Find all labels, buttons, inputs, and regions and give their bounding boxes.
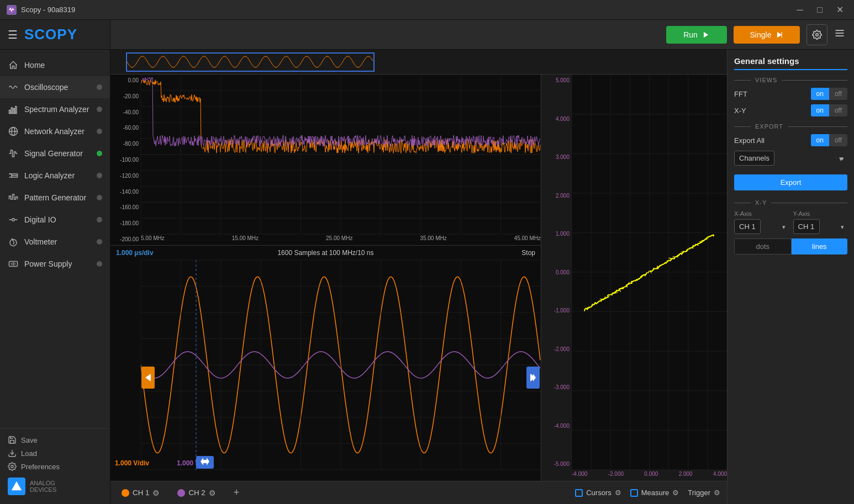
y-axis-select[interactable]: CH 1 CH 2 [793, 219, 820, 234]
oscilloscope-icon [8, 82, 19, 93]
views-section: VIEWS [734, 77, 847, 83]
network-icon [8, 126, 19, 137]
fft-on-button[interactable]: on [811, 88, 829, 100]
add-channel-button[interactable]: + [229, 485, 244, 501]
sidebar-item-power-supply[interactable]: Power Supply [0, 253, 110, 275]
x-axis-select[interactable]: CH 1 CH 2 [734, 219, 761, 234]
ch2-button[interactable]: CH 2 ⚙ [173, 486, 220, 500]
channels-select[interactable]: Channels [734, 151, 774, 166]
mini-view-inner [126, 52, 375, 72]
lines-button[interactable]: lines [792, 238, 848, 254]
osc-indicator [97, 84, 102, 90]
cursors-checkbox[interactable] [575, 489, 583, 497]
sidebar-item-pattern[interactable]: Pattern Generator [0, 187, 110, 209]
trigger-control[interactable]: Trigger ⚙ [688, 489, 720, 497]
hamburger-icon[interactable]: ☰ [8, 28, 18, 41]
bottom-bar: CH 1 ⚙ CH 2 ⚙ + Cursors [110, 481, 727, 504]
sidebar-item-voltmeter[interactable]: Voltmeter [0, 231, 110, 253]
sidebar-item-spectrum[interactable]: Spectrum Analyzer [0, 98, 110, 120]
time-cursor-button[interactable] [196, 456, 214, 469]
sidebar-bottom: Save Load Preferences ANALOGDEVICES [0, 428, 110, 504]
home-icon [8, 60, 19, 71]
export-all-off-button[interactable]: off [829, 134, 847, 146]
spectrum-plot: 0.00-20.00-40.00-60.00-80.00 -100.00-120… [110, 75, 541, 246]
measure-checkbox[interactable] [630, 489, 638, 497]
time-x-axis [141, 470, 541, 481]
voltmeter-icon [8, 236, 19, 247]
pattern-icon [8, 192, 19, 203]
dots-button[interactable]: dots [734, 238, 792, 254]
fft-off-button[interactable]: off [829, 88, 847, 100]
svg-rect-3 [13, 109, 14, 114]
svg-marker-69 [145, 374, 151, 381]
sidebar-item-digital-io[interactable]: Digital IO [0, 209, 110, 231]
xy-toggle: on off [811, 104, 847, 116]
sidebar-item-oscilloscope[interactable]: Oscilloscope [0, 76, 110, 98]
sidebar-item-network[interactable]: Network Analyzer [0, 120, 110, 142]
run-button[interactable]: Run [666, 26, 727, 44]
menu-button[interactable] [834, 28, 845, 41]
scroll-right-button[interactable] [526, 367, 540, 389]
volt-indicator [97, 239, 102, 245]
load-button[interactable]: Load [8, 449, 102, 458]
titlebar-left: Scopy - 90a8319 [7, 5, 75, 15]
x-axis-col: X-Axis CH 1 CH 2 [734, 210, 789, 234]
pattern-indicator [97, 195, 102, 200]
panel-title: General settings [734, 56, 847, 70]
spectrum-y-axis: 0.00-20.00-40.00-60.00-80.00 -100.00-120… [110, 75, 141, 245]
settings-button[interactable] [806, 24, 827, 45]
main-wrapper: Run Single [110, 20, 854, 504]
mini-view [110, 50, 727, 75]
trigger-settings[interactable]: ⚙ [714, 489, 720, 497]
load-label: Load [21, 449, 37, 458]
xy-on-button[interactable]: on [811, 104, 829, 116]
sidebar-item-logic[interactable]: Logic Analyzer [0, 165, 110, 187]
close-button[interactable]: ✕ [832, 2, 847, 18]
power-indicator [97, 261, 102, 267]
cursors-toggle[interactable]: Cursors ⚙ [575, 489, 621, 497]
save-button[interactable]: Save [8, 436, 102, 444]
measure-settings[interactable]: ⚙ [672, 489, 679, 497]
preferences-button[interactable]: Preferences [8, 462, 102, 471]
ch2-settings-icon[interactable]: ⚙ [209, 489, 216, 497]
time-plot: 1.000 µs/div 1600 Samples at 100 MHz/10 … [110, 246, 541, 481]
ch1-settings-icon[interactable]: ⚙ [152, 489, 160, 497]
sidebar-item-home[interactable]: Home [0, 54, 110, 76]
time-grid [141, 260, 541, 470]
xy-section-label: X-Y [734, 199, 847, 206]
single-button[interactable]: Single [734, 26, 800, 44]
dots-lines-toggle: dots lines [734, 238, 847, 254]
svg-rect-4 [15, 107, 17, 114]
xy-x-axis: -4.000-2.0000.0002.0004.000 [572, 470, 727, 481]
minimize-button[interactable]: ─ [792, 2, 808, 18]
ch1-button[interactable]: CH 1 ⚙ [117, 486, 164, 500]
spectrum-indicator [97, 107, 102, 112]
y-axis-select-wrapper: CH 1 CH 2 [793, 219, 848, 234]
export-button[interactable]: Export [734, 174, 847, 190]
export-all-label: Export All [734, 136, 765, 145]
export-all-on-button[interactable]: on [811, 134, 829, 146]
svg-marker-19 [12, 481, 22, 491]
sidebar-item-signal-gen[interactable]: Signal Generator [0, 142, 110, 165]
analog-devices-logo [8, 478, 25, 495]
export-all-row: Export All on off [734, 134, 847, 146]
app-title: Scopy - 90a8319 [21, 6, 75, 14]
sidebar-item-power-label: Power Supply [24, 259, 91, 268]
scopy-logo: SCOPY [24, 26, 77, 43]
xy-off-button[interactable]: off [829, 104, 847, 116]
channels-chevron: ▾ [839, 154, 843, 162]
ch1-dot [122, 489, 129, 497]
channels-select-row: Channels ▾ [734, 151, 847, 166]
maximize-button[interactable]: □ [812, 2, 827, 18]
cursors-settings[interactable]: ⚙ [615, 489, 621, 497]
sidebar-item-siggen-label: Signal Generator [24, 149, 91, 158]
measure-toggle[interactable]: Measure ⚙ [630, 489, 679, 497]
scroll-left-button[interactable] [141, 367, 155, 389]
svg-rect-1 [9, 110, 10, 114]
app-body: ☰ SCOPY Home Oscilloscope [0, 20, 854, 504]
titlebar-controls: ─ □ ✕ [792, 2, 847, 18]
sidebar-item-osc-label: Oscilloscope [24, 83, 91, 92]
network-indicator [97, 129, 102, 134]
app-icon [7, 5, 17, 15]
titlebar: Scopy - 90a8319 ─ □ ✕ [0, 0, 854, 20]
